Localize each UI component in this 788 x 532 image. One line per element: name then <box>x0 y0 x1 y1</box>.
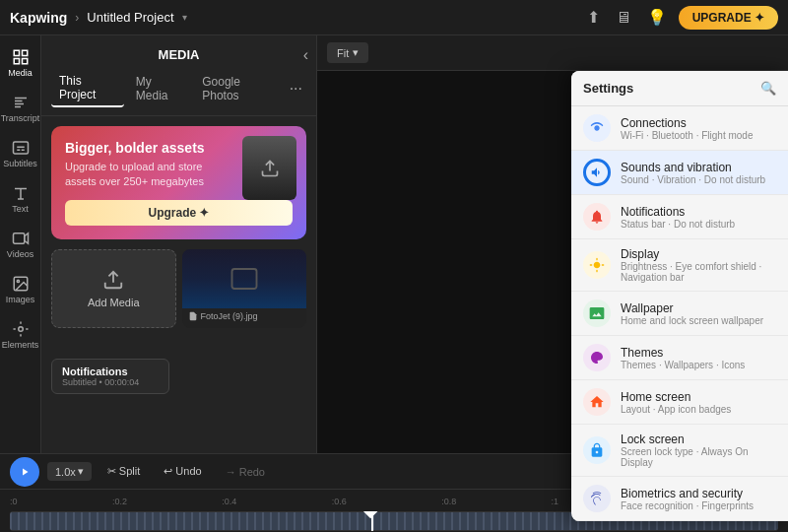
notification-popup: Notifications Subtitled • 00:00:04 <box>51 359 169 394</box>
sidebar-item-videos[interactable]: Videos <box>2 223 39 266</box>
tab-this-project[interactable]: This Project <box>51 70 124 107</box>
media-file-label: FotoJet (9).jpg <box>201 311 258 321</box>
logo[interactable]: Kapwing <box>10 10 67 26</box>
project-title[interactable]: Untitled Project <box>87 10 173 25</box>
display-subtitle: Brightness · Eye comfort shield · Naviga… <box>621 261 776 283</box>
tab-my-media[interactable]: My Media <box>128 71 190 106</box>
settings-item-biometrics[interactable]: Biometrics and security Face recognition… <box>571 477 788 521</box>
settings-item-lock-screen[interactable]: Lock screen Screen lock type · Always On… <box>571 425 788 477</box>
sounds-icon <box>583 159 611 186</box>
split-button[interactable]: ✂ Split <box>99 462 148 481</box>
upgrade-banner: Bigger, bolder assets Upgrade to upload … <box>51 126 306 239</box>
canvas-toolbar: Fit ▾ <box>317 35 788 71</box>
connections-icon <box>583 114 611 142</box>
media-content: Bigger, bolder assets Upgrade to upload … <box>41 116 316 453</box>
sounds-label: Sounds and vibration <box>621 161 765 174</box>
upload-icon[interactable]: ⬆ <box>583 4 604 31</box>
svg-point-8 <box>18 327 23 332</box>
settings-header: Settings 🔍 <box>571 71 788 106</box>
settings-item-display[interactable]: Display Brightness · Eye comfort shield … <box>571 239 788 292</box>
banner-thumbnail <box>242 136 296 200</box>
project-dropdown-icon[interactable]: ▾ <box>182 12 187 23</box>
sidebar-item-images[interactable]: Images <box>2 268 39 311</box>
home-screen-icon <box>583 388 611 416</box>
sidebar-item-transcript[interactable]: Transcript <box>2 87 39 130</box>
svg-rect-5 <box>13 233 24 244</box>
svg-rect-3 <box>22 59 27 64</box>
connections-label: Connections <box>621 116 754 130</box>
wallpaper-icon <box>583 299 611 327</box>
settings-item-sounds[interactable]: Sounds and vibration Sound · Vibration ·… <box>571 151 788 195</box>
biometrics-icon <box>583 485 611 512</box>
home-screen-label: Home screen <box>621 390 731 404</box>
redo-button[interactable]: → Redo <box>218 463 273 481</box>
tabs-more-icon[interactable]: ··· <box>286 80 306 98</box>
sounds-subtitle: Sound · Vibration · Do not disturb <box>621 174 765 185</box>
sidebar-item-elements[interactable]: Elements <box>2 313 39 357</box>
icon-sidebar: Media Transcript Subtitles Text Videos I… <box>0 35 41 453</box>
tab-google-photos[interactable]: Google Photos <box>194 71 281 106</box>
add-media-button[interactable]: Add Media <box>51 249 176 328</box>
wallpaper-label: Wallpaper <box>621 301 763 315</box>
svg-rect-0 <box>14 50 19 55</box>
breadcrumb-separator: › <box>75 11 79 25</box>
settings-search-icon[interactable]: 🔍 <box>760 81 776 96</box>
biometrics-label: Biometrics and security <box>621 487 754 500</box>
svg-rect-9 <box>231 269 256 289</box>
svg-rect-2 <box>14 59 19 64</box>
display-icon <box>583 251 611 279</box>
sidebar-item-subtitles[interactable]: Subtitles <box>2 132 39 175</box>
play-button[interactable] <box>10 457 39 487</box>
topbar: Kapwing › Untitled Project ▾ ⬆ 🖥 💡 UPGRA… <box>0 0 788 35</box>
media-grid: Add Media FotoJet (9).jpg <box>51 249 306 328</box>
media-panel-header: MEDIA ‹ <box>41 35 316 70</box>
notifications-label: Notifications <box>621 205 735 219</box>
lock-screen-subtitle: Screen lock type · Always On Display <box>621 446 776 468</box>
add-media-label: Add Media <box>88 297 140 308</box>
monitor-icon[interactable]: 🖥 <box>612 5 635 31</box>
home-screen-subtitle: Layout · App icon badges <box>621 404 731 415</box>
notifications-icon <box>583 203 611 231</box>
media-panel-title: MEDIA <box>159 47 200 62</box>
themes-label: Themes <box>621 346 745 360</box>
notifications-subtitle: Status bar · Do not disturb <box>621 219 735 230</box>
display-label: Display <box>621 247 776 261</box>
settings-item-connections[interactable]: Connections Wi-Fi · Bluetooth · Flight m… <box>571 106 788 151</box>
notification-title: Notifications <box>62 366 159 377</box>
settings-item-notifications[interactable]: Notifications Status bar · Do not distur… <box>571 195 788 239</box>
settings-item-home-screen[interactable]: Home screen Layout · App icon badges <box>571 380 788 425</box>
lightbulb-icon[interactable]: 💡 <box>643 4 671 31</box>
canvas-area: Fit ▾ Settings 🔍 Connections Wi-Fi · Blu… <box>317 35 788 453</box>
settings-panel: Settings 🔍 Connections Wi-Fi · Bluetooth… <box>571 71 788 521</box>
settings-title: Settings <box>583 81 633 96</box>
lock-screen-label: Lock screen <box>621 432 776 446</box>
sidebar-item-text[interactable]: Text <box>2 177 39 221</box>
fit-button[interactable]: Fit ▾ <box>327 42 368 63</box>
upgrade-button[interactable]: UPGRADE ✦ <box>679 6 778 30</box>
playhead[interactable] <box>371 511 373 531</box>
lock-screen-icon <box>583 436 611 464</box>
settings-item-themes[interactable]: Themes Themes · Wallpapers · Icons <box>571 336 788 380</box>
media-thumbnail[interactable]: FotoJet (9).jpg <box>182 249 307 328</box>
undo-button[interactable]: ↩ Undo <box>156 462 209 481</box>
media-panel: MEDIA ‹ This Project My Media Google Pho… <box>41 35 317 453</box>
wallpaper-subtitle: Home and lock screen wallpaper <box>621 315 763 326</box>
speed-button[interactable]: 1.0x ▾ <box>47 462 92 481</box>
svg-rect-1 <box>22 50 27 55</box>
svg-point-7 <box>17 280 19 282</box>
sidebar-item-media[interactable]: Media <box>2 41 39 85</box>
themes-icon <box>583 344 611 371</box>
connections-subtitle: Wi-Fi · Bluetooth · Flight mode <box>621 130 754 141</box>
upgrade-banner-button[interactable]: Upgrade ✦ <box>65 200 293 226</box>
notification-subtitle: Subtitled • 00:00:04 <box>62 377 159 387</box>
settings-item-wallpaper[interactable]: Wallpaper Home and lock screen wallpaper <box>571 292 788 336</box>
collapse-panel-button[interactable]: ‹ <box>303 46 308 64</box>
themes-subtitle: Themes · Wallpapers · Icons <box>621 360 745 370</box>
biometrics-subtitle: Face recognition · Fingerprints <box>621 500 754 511</box>
media-tabs: This Project My Media Google Photos ··· <box>41 70 316 116</box>
